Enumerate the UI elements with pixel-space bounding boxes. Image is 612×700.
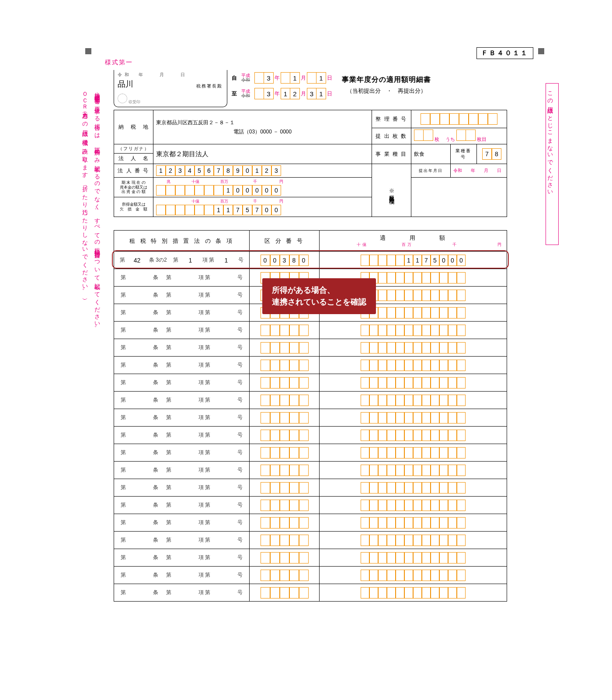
tax-office-box: 令和 年 月 日 品川 税務署長殿 収受印 [114, 70, 227, 107]
callout-note: 所得がある場合、 連携されていることを確認 [262, 278, 376, 314]
month-label: 月 [300, 74, 307, 82]
amount-cells[interactable] [320, 480, 507, 495]
table-row: 第条 第項 第号 [114, 339, 507, 357]
amount-cells[interactable] [320, 533, 507, 548]
form-id: ＦＢ４０１１ [476, 47, 533, 59]
day-label: 日 [326, 74, 333, 82]
table-row: 第条 第項 第号 [114, 514, 507, 532]
corp-name-value: 東京都２期目法人 [153, 144, 372, 164]
capital-cells[interactable]: 100000 [156, 185, 369, 196]
from-month-cells[interactable]: 1 [281, 72, 300, 84]
from-day-cells[interactable]: 1 [307, 72, 326, 84]
to-year-cells[interactable]: 3 [254, 88, 274, 99]
kubun-cells[interactable] [250, 428, 319, 443]
address-label: 納 税 地 [114, 110, 153, 144]
era-reiwa-label: 令和 [118, 72, 132, 77]
address-value: 東京都品川区西五反田２－８－１ [156, 119, 369, 126]
kubun-cells[interactable] [250, 515, 319, 530]
amount-cells[interactable] [320, 445, 507, 460]
era-reiwa-strike2: 令和 [241, 93, 250, 98]
amount-cells[interactable] [320, 585, 507, 600]
col-kubun: 区 分 番 号 [250, 231, 320, 252]
kubun-cells[interactable] [250, 410, 319, 425]
table-row: 第条 第項 第号 [114, 584, 507, 602]
copies-total[interactable] [414, 130, 433, 141]
year-label: 年 [274, 74, 281, 82]
amount-cells[interactable] [320, 568, 507, 583]
amount-cells[interactable] [320, 498, 507, 513]
table-row: 第条 第項 第号 [114, 497, 507, 514]
table-row: 第条 第項 第号 [114, 409, 507, 427]
table-row: 第条 第項 第号 [114, 549, 507, 567]
form-title: 事業年度分の適用額明細書 [342, 75, 431, 84]
kubun-cells[interactable] [250, 393, 319, 408]
amount-cells[interactable] [320, 393, 507, 408]
kubun-cells[interactable] [250, 358, 319, 373]
docno-cells[interactable] [414, 112, 504, 126]
receipt-stamp-circle [118, 94, 127, 103]
fiscal-period: 自 平成令和 3 年 1 月 1 日 至 平成令和 3 年 12 月 31 [232, 70, 333, 102]
to-day-cells[interactable]: 31 [307, 88, 326, 99]
kubun-cells[interactable] [250, 498, 319, 513]
amount-cells[interactable] [320, 410, 507, 425]
capital-units: 兆十億百万千円 [156, 179, 369, 185]
era-reiwa-strike: 令和 [241, 77, 250, 82]
biz-label: 事 業 種 目 [372, 144, 411, 164]
to-month-cells[interactable]: 12 [281, 88, 300, 99]
amount-cells[interactable] [320, 463, 507, 478]
amount-cells[interactable] [320, 550, 507, 565]
kubun-cells[interactable] [250, 323, 319, 338]
kubun-cells[interactable] [250, 375, 319, 390]
copies-nth[interactable] [456, 130, 476, 141]
table-row: 第条 第項 第号 [114, 444, 507, 462]
phone-label: 電話（ [233, 129, 249, 135]
submit-date-label: 提出年月日 [411, 164, 450, 178]
amount-cells[interactable] [320, 340, 507, 355]
taxpayer-info-table: 納 税 地 東京都品川区西五反田２－８－１ 電話（03）0000 － 0000 … [114, 110, 507, 217]
biz-value: 飲食 [411, 144, 450, 164]
biz-code-cells[interactable]: 78 [480, 147, 504, 161]
from-year-cells[interactable]: 3 [254, 72, 274, 84]
side-note-nobind: この用紙はとじこまないでください [544, 88, 555, 245]
amount-cells[interactable] [320, 358, 507, 373]
corp-no-cells[interactable]: 1234567890123 [156, 165, 369, 176]
side-note-ocr: ＯＣＲ入力用（この用紙は機械で読み取ります。折ったり汚したりしないでください。） [80, 88, 90, 569]
amount-cells[interactable] [320, 428, 507, 443]
kubun-cells[interactable] [250, 445, 319, 460]
copies-label: 提 出 枚 数 [372, 128, 411, 144]
kubun-cells[interactable] [250, 550, 319, 565]
income-cells[interactable]: 1175700 [156, 205, 369, 215]
kubun-cells[interactable] [250, 533, 319, 548]
income-units: 十億百万千円 [156, 199, 369, 204]
to-label: 至 [232, 90, 237, 98]
amount-cells[interactable] [320, 375, 507, 390]
table-row: 第42条 3の2第1項 第1号003801175000 [114, 252, 507, 269]
proc-label: ※税務署処理欄 [372, 164, 411, 217]
amount-cells[interactable] [320, 515, 507, 530]
kubun-cells[interactable]: 00380 [250, 253, 319, 268]
table-row: 第条 第項 第号 [114, 357, 507, 374]
table-row: 第条 第項 第号 [114, 427, 507, 444]
kubun-cells[interactable] [250, 568, 319, 583]
table-row: 第条 第項 第号 [114, 567, 507, 584]
col-amount: 適 用 額 十億百万千円 [320, 231, 507, 252]
table-row: 第条 第項 第号 [114, 462, 507, 479]
kubun-cells[interactable] [250, 340, 319, 355]
biz-code-label: 業種番号 [450, 144, 476, 164]
from-label: 自 [232, 74, 237, 82]
income-label: 所得金額又は 欠 損 金 額 [114, 197, 153, 217]
kubun-cells[interactable] [250, 463, 319, 478]
phone-area: 03 [249, 129, 255, 135]
kubun-cells[interactable] [250, 480, 319, 495]
form-subtitle: （当初提出分 ・ 再提出分） [342, 87, 431, 95]
table-row: 第条 第項 第号 [114, 374, 507, 392]
amount-cells[interactable] [320, 323, 507, 338]
receipt-stamp-label: 収受印 [129, 100, 140, 104]
amount-cells[interactable]: 1175000 [320, 253, 507, 268]
corner-mark-tr [538, 48, 544, 54]
table-row: 第条 第項 第号 [114, 322, 507, 339]
tax-office-suffix: 税務署長殿 [196, 83, 223, 89]
capital-label: 期 末 現 在 の 資本金の額又は 出 資 金 の 額 [114, 178, 153, 197]
side-note-resubmit: 当該適用額明細書を再提出する場合には、訂正箇所のみ記載するのでなく、すべての租税… [92, 88, 103, 569]
kubun-cells[interactable] [250, 585, 319, 600]
